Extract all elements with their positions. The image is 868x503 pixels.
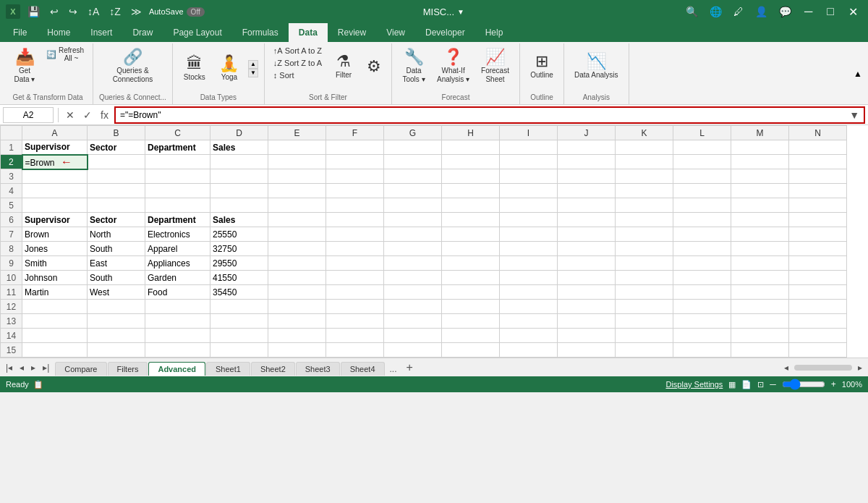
row-number[interactable]: 9 — [1, 256, 22, 271]
table-cell[interactable] — [442, 271, 500, 285]
table-cell[interactable] — [500, 343, 558, 358]
table-cell[interactable] — [731, 184, 789, 198]
table-cell[interactable] — [500, 213, 558, 227]
table-cell[interactable] — [210, 198, 268, 213]
table-cell[interactable] — [616, 329, 673, 343]
table-cell[interactable]: Sales — [210, 140, 268, 155]
table-cell[interactable]: Sector — [88, 140, 145, 155]
sort-ribbon-button[interactable]: ↕ Sort — [271, 69, 325, 81]
table-cell[interactable] — [442, 198, 500, 213]
table-cell[interactable] — [210, 300, 268, 314]
table-cell[interactable] — [500, 140, 558, 155]
table-cell[interactable] — [500, 155, 558, 169]
account-button[interactable]: 👤 — [752, 4, 770, 19]
table-cell[interactable] — [384, 300, 442, 314]
table-cell[interactable] — [731, 300, 789, 314]
table-cell[interactable] — [384, 155, 442, 169]
table-cell[interactable] — [789, 140, 847, 155]
undo-button[interactable]: ↩ — [47, 4, 61, 19]
table-cell[interactable] — [673, 242, 731, 256]
table-cell[interactable] — [384, 256, 442, 271]
table-cell[interactable] — [268, 300, 326, 314]
table-cell[interactable] — [384, 169, 442, 184]
table-cell[interactable] — [731, 343, 789, 358]
horizontal-scroll-right[interactable]: ▸ — [855, 361, 865, 374]
table-cell[interactable] — [500, 227, 558, 242]
col-header-M[interactable]: M — [731, 126, 789, 140]
tab-insert[interactable]: Insert — [80, 23, 122, 42]
cell-ref-input[interactable] — [3, 107, 54, 123]
table-cell[interactable] — [616, 271, 673, 285]
table-cell[interactable]: Department — [145, 140, 210, 155]
table-cell[interactable] — [558, 343, 616, 358]
sheet-nav-next[interactable]: ▸ — [28, 361, 38, 374]
table-cell[interactable] — [442, 314, 500, 329]
table-cell[interactable] — [22, 198, 88, 213]
table-cell[interactable] — [673, 155, 731, 169]
table-cell[interactable] — [442, 184, 500, 198]
table-cell[interactable]: Sales — [210, 213, 268, 227]
table-cell[interactable] — [442, 155, 500, 169]
table-cell[interactable] — [616, 140, 673, 155]
table-cell[interactable] — [558, 227, 616, 242]
table-cell[interactable] — [384, 329, 442, 343]
row-number[interactable]: 14 — [1, 329, 22, 343]
table-cell[interactable] — [145, 184, 210, 198]
restore-button[interactable]: □ — [822, 4, 838, 20]
forecast-sheet-button[interactable]: 📈 ForecastSheet — [477, 45, 514, 88]
col-header-A[interactable]: A — [22, 126, 88, 140]
stocks-button[interactable]: 🏛 Stocks — [179, 47, 210, 90]
table-cell[interactable] — [326, 343, 384, 358]
table-cell[interactable] — [789, 169, 847, 184]
table-cell[interactable] — [442, 329, 500, 343]
row-number[interactable]: 7 — [1, 227, 22, 242]
table-cell[interactable] — [22, 300, 88, 314]
table-cell[interactable] — [731, 169, 789, 184]
table-cell[interactable] — [268, 285, 326, 300]
table-cell[interactable] — [789, 213, 847, 227]
table-cell[interactable]: Jones — [22, 242, 88, 256]
page-break-view-button[interactable]: ⊡ — [757, 380, 764, 389]
table-cell[interactable] — [500, 256, 558, 271]
table-cell[interactable] — [673, 329, 731, 343]
col-header-H[interactable]: H — [442, 126, 500, 140]
save-button[interactable]: 💾 — [25, 4, 43, 19]
col-header-L[interactable]: L — [673, 126, 731, 140]
table-cell[interactable] — [673, 227, 731, 242]
table-cell[interactable] — [268, 155, 326, 169]
table-cell[interactable] — [673, 271, 731, 285]
table-cell[interactable] — [731, 213, 789, 227]
yoga-button[interactable]: 🧘 Yoga — [213, 47, 245, 90]
table-cell[interactable] — [268, 271, 326, 285]
table-cell[interactable] — [88, 184, 145, 198]
table-cell[interactable] — [500, 300, 558, 314]
table-cell[interactable] — [616, 256, 673, 271]
table-cell[interactable] — [88, 300, 145, 314]
table-cell[interactable] — [558, 256, 616, 271]
table-cell[interactable] — [558, 271, 616, 285]
table-cell[interactable]: Sector — [88, 213, 145, 227]
table-cell[interactable] — [731, 227, 789, 242]
table-cell[interactable] — [22, 314, 88, 329]
formula-input[interactable] — [120, 110, 849, 120]
table-cell[interactable] — [673, 343, 731, 358]
tab-page-layout[interactable]: Page Layout — [163, 23, 231, 42]
row-number[interactable]: 3 — [1, 169, 22, 184]
col-header-J[interactable]: J — [558, 126, 616, 140]
sort-za-ribbon-button[interactable]: ↓Z Sort Z to A — [271, 57, 325, 69]
tab-draw[interactable]: Draw — [122, 23, 163, 42]
col-header-G[interactable]: G — [384, 126, 442, 140]
table-cell[interactable]: 32750 — [210, 242, 268, 256]
table-cell[interactable] — [500, 242, 558, 256]
table-cell[interactable] — [616, 227, 673, 242]
col-header-F[interactable]: F — [326, 126, 384, 140]
table-cell[interactable] — [442, 300, 500, 314]
globe-button[interactable]: 🌐 — [707, 4, 725, 19]
table-cell[interactable] — [731, 198, 789, 213]
table-cell[interactable]: Food — [145, 285, 210, 300]
refresh-all-button[interactable]: 🔄 Refresh All ~ — [43, 45, 87, 64]
table-cell[interactable] — [789, 271, 847, 285]
table-cell[interactable] — [500, 271, 558, 285]
table-cell[interactable] — [558, 314, 616, 329]
table-cell[interactable] — [268, 314, 326, 329]
